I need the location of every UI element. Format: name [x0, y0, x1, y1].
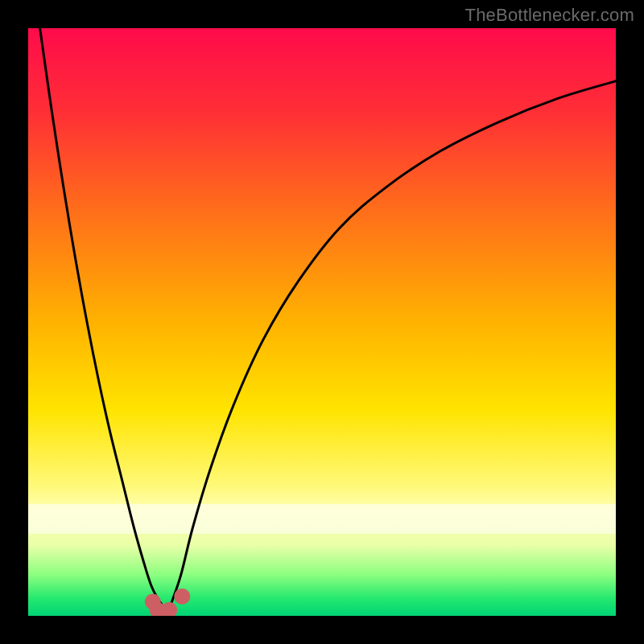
- curve-left-branch: [40, 28, 162, 604]
- marker-valley-right: [174, 588, 190, 605]
- valley-markers: [145, 588, 191, 616]
- chart-frame: TheBottlenecker.com: [0, 0, 644, 644]
- curve-right-branch: [171, 81, 616, 605]
- plot-area: [28, 28, 616, 616]
- watermark-text: TheBottlenecker.com: [465, 5, 634, 26]
- marker-valley-bottom-right: [161, 602, 177, 616]
- curve-layer: [28, 28, 616, 616]
